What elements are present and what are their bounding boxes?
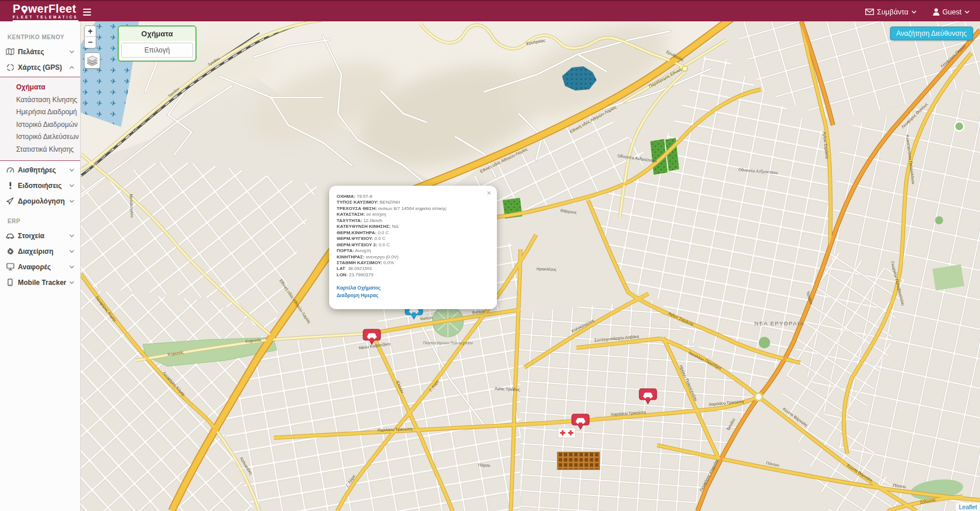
map-attribution: Leaflet [956, 503, 980, 511]
chevron-down-icon [69, 234, 74, 238]
chevron-down-icon [911, 10, 917, 14]
popup-row: ΤΥΠΟΣ ΚΑΥΣΙΜΟΥ: ΒΕΝΖΙΝΗ [337, 200, 490, 205]
popup-row: ΘΕΡΜ.ΨΥΓΕΙΟΥ: 0.0 C [337, 236, 490, 242]
popup-row: ΣΤΑΘΜΗ ΚΑΥΣΙΜΟΥ: 0.0% [337, 260, 490, 266]
chevron-down-icon [69, 200, 74, 203]
sidebar-item-stoixeia[interactable]: Στοιχεία [0, 228, 80, 243]
events-label: Συμβάντα [877, 8, 908, 16]
maps-submenu: Οχήματα Κατάσταση Κίνησης Ημερήσια Διαδρ… [0, 77, 80, 161]
gear-icon [6, 247, 14, 256]
map-icon [6, 48, 14, 55]
address-search-button[interactable]: Αναζήτηση Διεύθυνσης [890, 27, 973, 40]
logo-text-p: P [13, 3, 21, 14]
sidebar-item-label: Δρομολόγηση [18, 197, 65, 205]
day-route-link[interactable]: Διαδρομη Ημερας [337, 292, 490, 299]
sidebar-item-label: Διαχείριση [18, 247, 54, 256]
sidebar-item-eidopoiiseis[interactable]: Ειδοποιήσεις [0, 178, 80, 193]
market-area [557, 452, 600, 469]
map-container[interactable]: ✈ [81, 21, 980, 511]
chevron-down-icon [69, 50, 74, 54]
location-pin-icon [21, 5, 28, 15]
sidebar-section-main: ΚΕΝΤΡΙΚΟ ΜΕΝΟΥ [0, 21, 80, 44]
exclamation-icon [6, 182, 14, 189]
logo-text-rest: werFleet [28, 3, 77, 14]
sidebar-item-dromologisi[interactable]: Δρομολόγηση [0, 193, 80, 209]
vehicle-popup: × ΟΧΗΜΑ: TEST-8 ΤΥΠΟΣ ΚΑΥΣΙΜΟΥ: ΒΕΝΖΙΝΗ … [329, 186, 497, 309]
sidebar-item-pelates[interactable]: Πελάτες [0, 44, 80, 59]
chevron-down-icon [964, 10, 970, 14]
submenu-item-imerisia-diadromi[interactable]: Ημερήσια Διαδρομή [0, 106, 80, 119]
map-canvas: ✈ [81, 21, 980, 511]
mobile-phone-icon [6, 279, 14, 286]
sidebar-item-label: Στοιχεία [18, 232, 44, 240]
chevron-down-icon [69, 184, 74, 187]
sidebar-item-aisthitires[interactable]: Αισθητήρες [0, 162, 80, 178]
app: PwerFleet FLEET TELEMATICS Συμβάντα Gues… [0, 0, 980, 511]
logo[interactable]: PwerFleet FLEET TELEMATICS [13, 3, 78, 21]
popup-row: LON: 23.7990379 [337, 272, 490, 278]
top-bar: PwerFleet FLEET TELEMATICS Συμβάντα Gues… [0, 0, 980, 21]
sidebar-item-label: Ειδοποιήσεις [18, 182, 62, 190]
gauge-icon [6, 167, 14, 174]
popup-close-icon[interactable]: × [487, 189, 491, 197]
hamburger-menu-icon[interactable] [83, 9, 91, 15]
popup-row: ΤΡΕΧΟΥΣΑ ΘΕΣΗ: ιλισιων 8/7 14564 κηφισια… [337, 206, 490, 212]
vehicle-select-button[interactable]: Επιλογή [121, 43, 193, 58]
leaflet-link[interactable]: Leaflet [959, 504, 977, 510]
events-menu[interactable]: Συμβάντα [865, 8, 916, 16]
car-icon [6, 232, 14, 239]
chevron-down-icon [69, 265, 74, 269]
popup-row: LAT: 38.0921591 [337, 266, 490, 272]
sidebar-item-label: Χάρτες (GPS) [18, 63, 62, 72]
popup-row: ΘΕΡΜ.ΨΥΓΕΙΟΥ 2: 0.0 C [337, 242, 490, 248]
chevron-down-icon [69, 281, 74, 284]
zoom-control: + − [84, 25, 96, 48]
popup-row: ΘΕΡΜ.ΚΙΝΗΤΗΡΑ: 0.0 C [337, 230, 490, 236]
sidebar-item-diaxeirisi[interactable]: Διαχείριση [0, 243, 80, 259]
sidebar-item-mobile-tracker[interactable]: Mobile Tracker [0, 275, 80, 290]
chevron-down-icon [69, 250, 74, 253]
user-label: Guest [943, 8, 962, 16]
svg-text:Πλατεία Ηρώων Πολυτεχνείου: Πλατεία Ηρώων Πολυτεχνείου [423, 341, 473, 345]
user-icon [933, 8, 940, 16]
popup-row: ΠΟΡΤΑ: Ανοιχτή [337, 248, 490, 254]
layers-icon [86, 55, 98, 66]
sidebar-section-erp: ERP [0, 209, 80, 228]
popup-row: ΚΑΤΑΣΤΑΣΗ: σε κινηση [337, 212, 490, 217]
vehicles-panel: Οχήματα Επιλογή [118, 25, 197, 62]
popup-row: ΤΑΧΥΤΗΤΑ: 12.0km/h [337, 218, 490, 224]
zoom-out-button[interactable]: − [85, 37, 96, 48]
popup-row: ΟΧΗΜΑ: TEST-8 [337, 194, 490, 200]
submenu-item-oximata[interactable]: Οχήματα [0, 81, 80, 94]
monitor-icon [6, 263, 14, 270]
vehicles-panel-title: Οχήματα [119, 27, 195, 41]
sidebar-item-anafores[interactable]: Αναφορές [0, 259, 80, 275]
sidebar-item-label: Πελάτες [18, 48, 44, 56]
submenu-item-katastasi-kinisis[interactable]: Κατάσταση Κίνησης [0, 94, 80, 107]
submenu-item-istoriko-diadromon[interactable]: Ιστορικό Διαδρομών [0, 119, 80, 131]
submenu-item-istoriko-dieleyseon[interactable]: Ιστορικό Διελεύσεων [0, 131, 80, 144]
navigation-arrow-icon [6, 197, 14, 205]
vehicle-card-link[interactable]: Καρτέλα Οχήματος [337, 284, 490, 292]
sidebar: ΚΕΝΤΡΙΚΟ ΜΕΝΟΥ Πελάτες Χάρτες (GPS) Οχήμ… [0, 21, 81, 511]
layers-control[interactable] [84, 52, 100, 69]
envelope-icon [865, 9, 874, 15]
sidebar-item-label: Mobile Tracker [18, 279, 66, 287]
logo-subtitle: FLEET TELEMATICS [13, 15, 78, 21]
circle-notch-icon [6, 63, 14, 72]
sidebar-item-xartes-gps[interactable]: Χάρτες (GPS) [0, 59, 80, 75]
sidebar-item-label: Αισθητήρες [18, 166, 56, 174]
user-menu[interactable]: Guest [933, 8, 970, 16]
sidebar-item-label: Αναφορές [18, 263, 51, 271]
submenu-item-statistika-kinisis[interactable]: Στατιστικά Κίνησης [0, 144, 80, 156]
popup-row: ΚΙΝΗΤΗΡΑΣ: ανενεργο (0.0V) [337, 254, 490, 260]
chevron-down-icon [69, 168, 74, 172]
zoom-in-button[interactable]: + [85, 26, 96, 37]
place-label: ΝΕΑ ΕΡΥΘΡΑΙΑ [755, 320, 804, 326]
popup-row: ΚΑΤΕΥΘΥΝΣΗ ΚΙΝΗΣΗΣ: ΝΔ [337, 224, 490, 230]
hospital-icon [558, 428, 575, 438]
chevron-up-icon [69, 66, 74, 69]
